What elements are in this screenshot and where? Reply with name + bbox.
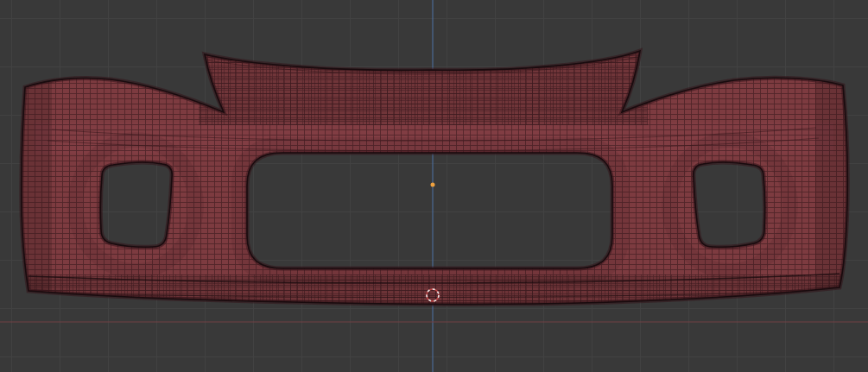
bumper-wireframe: [22, 51, 847, 304]
origin-dot: [431, 183, 435, 187]
front-bumper-mesh[interactable]: [17, 41, 852, 306]
scene-svg: [0, 0, 868, 372]
3d-viewport[interactable]: [0, 0, 868, 372]
